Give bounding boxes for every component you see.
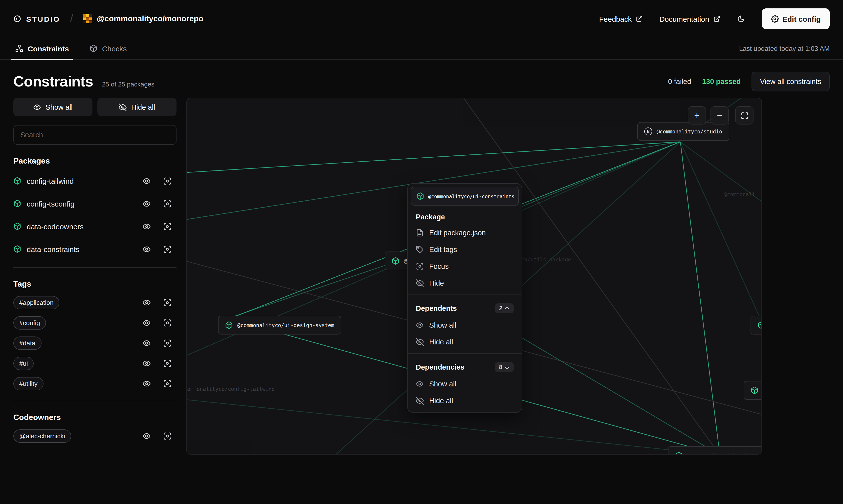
focus-icon xyxy=(416,263,424,270)
menu-item-label: Show all xyxy=(429,380,456,388)
graph-node-clipped-right[interactable] xyxy=(744,381,762,400)
focus-tag-button[interactable] xyxy=(161,317,174,329)
context-node-label: @commonalityco/ui-constraints xyxy=(428,194,514,199)
graph-node-faded-right[interactable]: @commonali xyxy=(724,191,755,197)
package-row[interactable]: data-constraints xyxy=(13,238,176,260)
zoom-in-button[interactable]: + xyxy=(688,106,706,125)
focus-icon xyxy=(163,222,171,231)
graph-node-config-tailwind-faded[interactable]: @commonalityco/config-tailwind xyxy=(187,386,275,392)
view-all-constraints-button[interactable]: View all constraints xyxy=(752,72,830,91)
menu-item-edit-tags[interactable]: Edit tags xyxy=(411,241,519,258)
node-label: @commonalityco/ui-design-system xyxy=(237,322,334,328)
show-package-button[interactable] xyxy=(140,197,153,210)
menu-section-dependents: Dependents 2 xyxy=(411,298,519,317)
arrow-up-icon xyxy=(504,306,510,311)
menu-item-focus[interactable]: Focus xyxy=(411,258,519,275)
focus-package-button[interactable] xyxy=(161,197,174,210)
graph-node-config-tsconfig[interactable]: @commonalityco/config-tsconfig xyxy=(668,446,762,455)
focus-tag-button[interactable] xyxy=(161,377,174,390)
show-tag-button[interactable] xyxy=(140,377,153,390)
eye-icon xyxy=(142,245,151,253)
package-name: data-codeowners xyxy=(27,222,84,231)
focus-package-button[interactable] xyxy=(161,220,174,233)
menu-item-label: Hide xyxy=(429,279,444,287)
documentation-link[interactable]: Documentation xyxy=(659,15,720,23)
show-tag-button[interactable] xyxy=(140,357,153,370)
menu-item-dependents-show-all[interactable]: Show all xyxy=(411,317,519,334)
menu-item-dependents-hide-all[interactable]: Hide all xyxy=(411,334,519,350)
package-name: data-constraints xyxy=(27,245,80,253)
tag-row-actions xyxy=(140,377,174,390)
tab-checks[interactable]: Checks xyxy=(88,38,129,59)
hide-all-button[interactable]: Hide all xyxy=(98,98,176,116)
show-package-button[interactable] xyxy=(140,175,153,187)
tab-constraints[interactable]: Constraints xyxy=(13,38,71,59)
show-package-button[interactable] xyxy=(140,220,153,233)
focus-icon xyxy=(163,432,171,440)
show-all-button[interactable]: Show all xyxy=(13,98,92,116)
last-updated-text: Last updated today at 1:03 AM xyxy=(739,45,830,52)
tab-bar: Constraints Checks Last updated today at… xyxy=(0,38,843,60)
package-cube-icon xyxy=(13,200,21,208)
show-tag-button[interactable] xyxy=(140,317,153,329)
dependency-graph-canvas[interactable]: + − N @commonalityco/studio @commonality… xyxy=(187,98,762,455)
graph-node-ui-design-system[interactable]: @commonalityco/ui-design-system xyxy=(218,316,341,335)
menu-item-label: Edit tags xyxy=(429,246,457,253)
menu-item-label: Focus xyxy=(429,263,449,270)
eye-icon xyxy=(142,359,151,367)
external-link-icon xyxy=(713,15,720,22)
tags-heading: Tags xyxy=(13,280,176,289)
package-row[interactable]: config-tsconfig xyxy=(13,192,176,215)
package-cube-icon xyxy=(675,452,683,455)
tag-row[interactable]: #application xyxy=(13,292,176,313)
package-row[interactable]: config-tailwind xyxy=(13,169,176,192)
focus-icon xyxy=(163,245,171,253)
show-package-button[interactable] xyxy=(140,242,153,255)
menu-item-dependencies-show-all[interactable]: Show all xyxy=(411,376,519,392)
theme-toggle-button[interactable] xyxy=(737,15,745,23)
tag-row[interactable]: #config xyxy=(13,313,176,333)
focus-tag-button[interactable] xyxy=(161,337,174,349)
eye-icon xyxy=(142,299,151,307)
graph-node-clipped-right[interactable] xyxy=(751,316,762,335)
show-tag-button[interactable] xyxy=(140,296,153,309)
zoom-out-button[interactable]: − xyxy=(710,106,729,125)
focus-package-button[interactable] xyxy=(161,175,174,187)
package-count: 25 of 25 packages xyxy=(102,80,155,88)
dependencies-count-badge: 8 xyxy=(495,362,514,372)
show-all-label: Show all xyxy=(46,103,73,111)
header-actions: Feedback Documentation Edit config xyxy=(599,8,830,29)
menu-item-label: Edit package.json xyxy=(429,229,486,237)
codeowner-row[interactable]: @alec-chernicki xyxy=(13,426,176,446)
menu-item-hide[interactable]: Hide xyxy=(411,275,519,291)
package-row-actions xyxy=(140,242,174,255)
search-input[interactable] xyxy=(13,125,176,145)
feedback-link[interactable]: Feedback xyxy=(599,15,643,23)
breadcrumb-repo[interactable]: @commonalityco/monorepo xyxy=(83,14,204,23)
codeowner-row-actions xyxy=(140,430,174,443)
show-tag-button[interactable] xyxy=(140,337,153,349)
menu-item-dependencies-hide-all[interactable]: Hide all xyxy=(411,392,519,409)
tag-row-actions xyxy=(140,317,174,329)
tag-row[interactable]: #ui xyxy=(13,353,176,374)
tag-row-actions xyxy=(140,357,174,370)
tag-row[interactable]: #utility xyxy=(13,374,176,394)
edit-config-button[interactable]: Edit config xyxy=(762,8,830,29)
tag-row[interactable]: #data xyxy=(13,333,176,353)
network-icon xyxy=(15,44,23,52)
focus-tag-button[interactable] xyxy=(161,296,174,309)
package-name: config-tsconfig xyxy=(27,199,74,208)
package-row[interactable]: data-codeowners xyxy=(13,215,176,238)
focus-tag-button[interactable] xyxy=(161,357,174,370)
tab-constraints-label: Constraints xyxy=(28,44,69,53)
fullscreen-button[interactable] xyxy=(735,106,754,125)
graph-node-studio[interactable]: N @commonalityco/studio xyxy=(637,122,729,141)
show-codeowner-button[interactable] xyxy=(140,430,153,443)
brand: STUDIO xyxy=(13,15,60,23)
eye-icon xyxy=(142,222,151,231)
eye-icon xyxy=(142,432,151,440)
package-cube-icon xyxy=(751,386,758,394)
focus-codeowner-button[interactable] xyxy=(161,430,174,443)
focus-package-button[interactable] xyxy=(161,242,174,255)
menu-item-edit-package-json[interactable]: Edit package.json xyxy=(411,224,519,241)
